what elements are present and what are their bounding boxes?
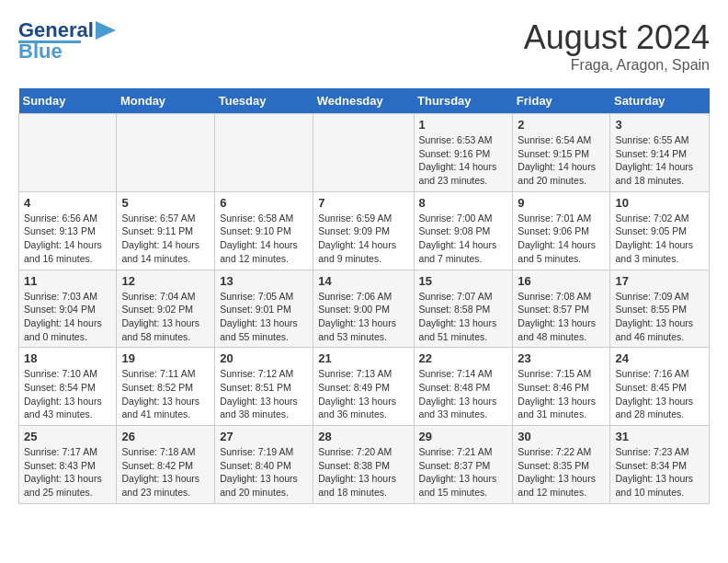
day-number: 3 <box>615 118 704 132</box>
day-number: 15 <box>419 274 508 288</box>
calendar-cell: 12Sunrise: 7:04 AM Sunset: 9:02 PM Dayli… <box>117 270 215 348</box>
calendar-cell: 29Sunrise: 7:21 AM Sunset: 8:37 PM Dayli… <box>414 426 513 504</box>
day-number: 24 <box>615 351 704 365</box>
svg-marker-0 <box>96 21 116 40</box>
day-number: 28 <box>318 430 408 443</box>
day-number: 19 <box>121 351 210 365</box>
calendar-cell: 19Sunrise: 7:11 AM Sunset: 8:52 PM Dayli… <box>117 348 215 426</box>
week-row-3: 11Sunrise: 7:03 AM Sunset: 9:04 PM Dayli… <box>19 270 710 348</box>
day-number: 20 <box>220 351 308 365</box>
calendar-cell: 16Sunrise: 7:08 AM Sunset: 8:57 PM Dayli… <box>513 270 610 348</box>
day-info: Sunrise: 7:15 AM Sunset: 8:46 PM Dayligh… <box>518 367 605 421</box>
day-info: Sunrise: 7:08 AM Sunset: 8:57 PM Dayligh… <box>518 290 605 344</box>
calendar-table: SundayMondayTuesdayWednesdayThursdayFrid… <box>18 88 710 504</box>
day-number: 13 <box>220 274 308 288</box>
day-number: 16 <box>518 274 605 288</box>
calendar-cell: 30Sunrise: 7:22 AM Sunset: 8:35 PM Dayli… <box>513 426 610 504</box>
day-number: 7 <box>318 196 408 210</box>
title-section: August 2024 Fraga, Aragon, Spain <box>524 18 710 74</box>
day-number: 9 <box>518 196 605 210</box>
subtitle: Fraga, Aragon, Spain <box>524 57 710 74</box>
day-info: Sunrise: 7:19 AM Sunset: 8:40 PM Dayligh… <box>220 445 308 500</box>
calendar-cell: 31Sunrise: 7:23 AM Sunset: 8:34 PM Dayli… <box>610 426 710 504</box>
calendar-cell: 7Sunrise: 6:59 AM Sunset: 9:09 PM Daylig… <box>313 191 414 270</box>
day-info: Sunrise: 7:04 AM Sunset: 9:02 PM Dayligh… <box>121 290 210 344</box>
day-header-friday: Friday <box>513 88 610 114</box>
day-info: Sunrise: 7:17 AM Sunset: 8:43 PM Dayligh… <box>24 445 111 500</box>
day-number: 12 <box>121 274 210 288</box>
day-number: 10 <box>615 196 704 210</box>
day-number: 23 <box>518 351 605 365</box>
day-info: Sunrise: 6:57 AM Sunset: 9:11 PM Dayligh… <box>121 212 210 266</box>
main-title: August 2024 <box>524 18 710 57</box>
logo: General Blue <box>18 18 116 63</box>
day-number: 4 <box>24 196 111 210</box>
calendar-cell: 24Sunrise: 7:16 AM Sunset: 8:45 PM Dayli… <box>610 348 710 426</box>
day-info: Sunrise: 6:55 AM Sunset: 9:14 PM Dayligh… <box>615 133 704 188</box>
day-info: Sunrise: 7:12 AM Sunset: 8:51 PM Dayligh… <box>220 367 308 421</box>
day-header-saturday: Saturday <box>610 88 710 114</box>
page-header: General Blue August 2024 Fraga, Aragon, … <box>18 18 710 74</box>
calendar-cell: 9Sunrise: 7:01 AM Sunset: 9:06 PM Daylig… <box>513 191 610 270</box>
calendar-cell: 22Sunrise: 7:14 AM Sunset: 8:48 PM Dayli… <box>414 348 513 426</box>
calendar-cell: 8Sunrise: 7:00 AM Sunset: 9:08 PM Daylig… <box>414 191 513 270</box>
day-info: Sunrise: 7:05 AM Sunset: 9:01 PM Dayligh… <box>220 290 308 344</box>
day-info: Sunrise: 7:01 AM Sunset: 9:06 PM Dayligh… <box>518 212 605 266</box>
week-row-5: 25Sunrise: 7:17 AM Sunset: 8:43 PM Dayli… <box>19 426 710 504</box>
day-header-wednesday: Wednesday <box>313 88 414 114</box>
day-number: 18 <box>24 351 111 365</box>
day-info: Sunrise: 7:13 AM Sunset: 8:49 PM Dayligh… <box>318 367 408 421</box>
calendar-cell <box>215 114 313 192</box>
day-number: 21 <box>318 351 408 365</box>
day-number: 29 <box>419 430 508 443</box>
day-number: 8 <box>419 196 508 210</box>
day-header-tuesday: Tuesday <box>215 88 313 114</box>
calendar-cell: 15Sunrise: 7:07 AM Sunset: 8:58 PM Dayli… <box>414 270 513 348</box>
day-info: Sunrise: 6:59 AM Sunset: 9:09 PM Dayligh… <box>318 212 408 266</box>
day-info: Sunrise: 7:11 AM Sunset: 8:52 PM Dayligh… <box>121 367 210 421</box>
calendar-cell: 25Sunrise: 7:17 AM Sunset: 8:43 PM Dayli… <box>19 426 117 504</box>
day-info: Sunrise: 6:56 AM Sunset: 9:13 PM Dayligh… <box>24 212 111 266</box>
day-info: Sunrise: 7:16 AM Sunset: 8:45 PM Dayligh… <box>615 367 704 421</box>
calendar-cell: 18Sunrise: 7:10 AM Sunset: 8:54 PM Dayli… <box>19 348 117 426</box>
calendar-cell: 1Sunrise: 6:53 AM Sunset: 9:16 PM Daylig… <box>414 114 513 192</box>
logo-text-blue: Blue <box>18 40 63 63</box>
logo-arrow-icon <box>96 21 116 40</box>
calendar-cell: 4Sunrise: 6:56 AM Sunset: 9:13 PM Daylig… <box>19 191 117 270</box>
day-info: Sunrise: 7:21 AM Sunset: 8:37 PM Dayligh… <box>419 445 508 500</box>
day-number: 22 <box>419 351 508 365</box>
calendar-cell <box>19 114 117 192</box>
day-number: 31 <box>615 430 704 443</box>
day-info: Sunrise: 7:03 AM Sunset: 9:04 PM Dayligh… <box>24 290 111 344</box>
day-info: Sunrise: 7:14 AM Sunset: 8:48 PM Dayligh… <box>419 367 508 421</box>
calendar-cell: 26Sunrise: 7:18 AM Sunset: 8:42 PM Dayli… <box>117 426 215 504</box>
day-info: Sunrise: 7:18 AM Sunset: 8:42 PM Dayligh… <box>121 445 210 500</box>
calendar-cell: 11Sunrise: 7:03 AM Sunset: 9:04 PM Dayli… <box>19 270 117 348</box>
day-number: 14 <box>318 274 408 288</box>
calendar-cell: 14Sunrise: 7:06 AM Sunset: 9:00 PM Dayli… <box>313 270 414 348</box>
calendar-cell: 2Sunrise: 6:54 AM Sunset: 9:15 PM Daylig… <box>513 114 610 192</box>
day-number: 17 <box>615 274 704 288</box>
calendar-cell: 17Sunrise: 7:09 AM Sunset: 8:55 PM Dayli… <box>610 270 710 348</box>
calendar-cell <box>313 114 414 192</box>
calendar-cell: 21Sunrise: 7:13 AM Sunset: 8:49 PM Dayli… <box>313 348 414 426</box>
calendar-cell: 27Sunrise: 7:19 AM Sunset: 8:40 PM Dayli… <box>215 426 313 504</box>
calendar-cell: 3Sunrise: 6:55 AM Sunset: 9:14 PM Daylig… <box>610 114 710 192</box>
calendar-cell: 13Sunrise: 7:05 AM Sunset: 9:01 PM Dayli… <box>215 270 313 348</box>
day-info: Sunrise: 7:09 AM Sunset: 8:55 PM Dayligh… <box>615 290 704 344</box>
day-header-sunday: Sunday <box>19 88 117 114</box>
day-info: Sunrise: 7:10 AM Sunset: 8:54 PM Dayligh… <box>24 367 111 421</box>
calendar-cell: 28Sunrise: 7:20 AM Sunset: 8:38 PM Dayli… <box>313 426 414 504</box>
day-number: 27 <box>220 430 308 443</box>
day-info: Sunrise: 7:22 AM Sunset: 8:35 PM Dayligh… <box>518 445 605 500</box>
day-info: Sunrise: 6:58 AM Sunset: 9:10 PM Dayligh… <box>220 212 308 266</box>
calendar-cell: 5Sunrise: 6:57 AM Sunset: 9:11 PM Daylig… <box>117 191 215 270</box>
calendar-cell: 23Sunrise: 7:15 AM Sunset: 8:46 PM Dayli… <box>513 348 610 426</box>
header-row: SundayMondayTuesdayWednesdayThursdayFrid… <box>19 88 710 114</box>
calendar-cell: 10Sunrise: 7:02 AM Sunset: 9:05 PM Dayli… <box>610 191 710 270</box>
day-header-thursday: Thursday <box>414 88 513 114</box>
day-info: Sunrise: 7:06 AM Sunset: 9:00 PM Dayligh… <box>318 290 408 344</box>
day-number: 30 <box>518 430 605 443</box>
calendar-cell <box>117 114 215 192</box>
day-number: 6 <box>220 196 308 210</box>
